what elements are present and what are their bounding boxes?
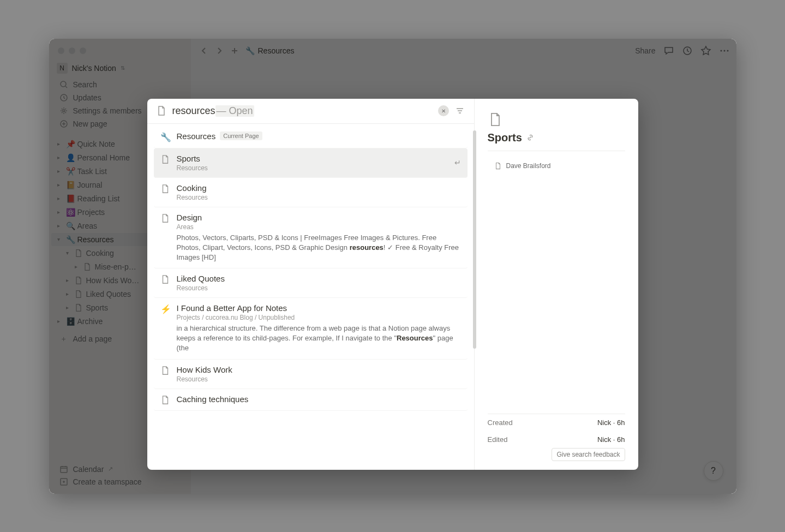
result-icon <box>160 394 171 405</box>
result-title: Sports <box>177 154 200 163</box>
meta-created-label: Created <box>488 419 513 427</box>
search-row: resources — Open ✕ <box>147 99 474 124</box>
result-icon <box>160 274 171 292</box>
meta-edited-label: Edited <box>488 435 508 444</box>
preview-page-icon <box>488 112 625 127</box>
search-input[interactable]: resources — Open <box>172 105 433 117</box>
search-result[interactable]: ⚡I Found a Better App for NotesProjects … <box>154 298 468 360</box>
search-modal: resources — Open ✕ 🔧ResourcesCurrent Pag… <box>147 99 638 470</box>
result-title: Cooking <box>177 183 207 193</box>
result-path: Resources <box>177 164 449 172</box>
result-title: I Found a Better App for Notes <box>177 303 287 313</box>
scrollbar[interactable] <box>473 130 476 398</box>
search-result[interactable]: 🔧ResourcesCurrent Page <box>154 126 468 148</box>
result-icon <box>160 154 171 172</box>
result-path: Projects / cucorea.nu Blog / Unpublished <box>177 314 461 321</box>
search-results: 🔧ResourcesCurrent PageSportsResources↵Co… <box>147 124 474 470</box>
search-result[interactable]: Liked QuotesResources <box>154 268 468 298</box>
preview-subitem-label: Dave Brailsford <box>506 162 551 170</box>
result-path: Resources <box>177 284 461 292</box>
search-result[interactable]: SportsResources↵ <box>154 148 468 178</box>
meta-edited: Edited Nick · 6h <box>488 431 625 448</box>
result-title: Caching techniques <box>177 394 249 404</box>
result-title: Resources <box>177 131 216 141</box>
page-icon <box>156 105 167 116</box>
feedback-button[interactable]: Give search feedback <box>552 448 625 461</box>
preview-panel: Sports Dave Brailsford Created Nick · 6h… <box>475 99 638 470</box>
result-path: Resources <box>177 375 461 383</box>
search-result[interactable]: DesignAreasPhotos, Vectors, Cliparts, PS… <box>154 207 468 269</box>
search-query: resources <box>172 105 215 117</box>
result-title: Liked Quotes <box>177 274 225 283</box>
page-icon <box>494 162 502 170</box>
result-path: Resources <box>177 194 461 201</box>
result-snippet: in a hierarchical structure. The differe… <box>177 324 461 354</box>
filter-button[interactable] <box>454 105 465 116</box>
enter-icon: ↵ <box>454 158 461 167</box>
meta-created: Created Nick · 6h <box>488 414 625 431</box>
result-title: Design <box>177 213 202 222</box>
search-result[interactable]: Caching techniques <box>154 389 468 411</box>
result-icon <box>160 213 171 263</box>
search-result[interactable]: CookingResources <box>154 178 468 207</box>
copy-link-icon[interactable] <box>526 134 534 141</box>
result-icon: 🔧 <box>160 131 171 142</box>
search-hint: — Open <box>215 105 254 117</box>
result-title: How Kids Work <box>177 365 232 374</box>
result-icon: ⚡ <box>160 303 171 354</box>
result-snippet: Photos, Vectors, Cliparts, PSD & Icons |… <box>177 233 461 263</box>
result-path: Areas <box>177 223 461 231</box>
search-result[interactable]: How Kids WorkResources <box>154 360 468 389</box>
preview-subitem[interactable]: Dave Brailsford <box>488 160 625 172</box>
preview-title: Sports <box>488 131 522 144</box>
clear-search-button[interactable]: ✕ <box>438 105 449 116</box>
result-badge: Current Page <box>220 131 262 140</box>
result-icon <box>160 183 171 201</box>
result-icon <box>160 365 171 383</box>
